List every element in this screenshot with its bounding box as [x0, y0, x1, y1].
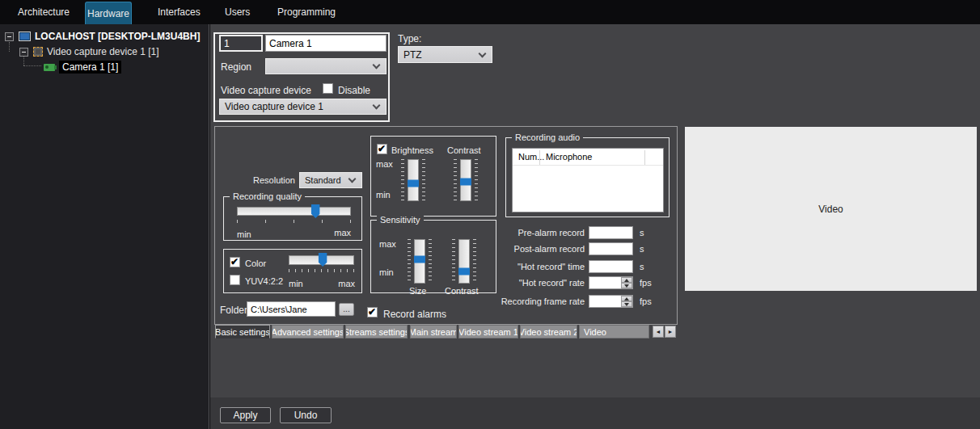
- nav-item-architecture[interactable]: Architecture: [18, 0, 70, 24]
- slider-ticks: [237, 220, 352, 223]
- computer-icon: [19, 32, 31, 41]
- camera-icon: [44, 64, 55, 71]
- slider-ticks: [401, 159, 404, 201]
- tree-guide-line: [23, 65, 41, 66]
- column-header-num: Num...: [518, 149, 544, 165]
- nav-item-programming[interactable]: Programming: [277, 0, 336, 24]
- tab-video-stream-1[interactable]: Video stream 1: [458, 325, 518, 339]
- video-capture-device-label: Video capture device: [221, 85, 311, 96]
- type-label: Type:: [398, 33, 421, 44]
- color-checkbox[interactable]: [230, 257, 240, 267]
- capture-device-icon: [33, 47, 43, 57]
- apply-button[interactable]: Apply: [220, 407, 271, 423]
- post-alarm-record-input[interactable]: [589, 243, 632, 254]
- camera-name-input[interactable]: [265, 35, 387, 52]
- recording-quality-title: Recording quality: [230, 191, 305, 201]
- slider-thumb[interactable]: [458, 267, 470, 275]
- hot-record-time-label: "Hot record" time: [492, 262, 585, 271]
- slider-track: [458, 239, 470, 284]
- slider-thumb[interactable]: [311, 204, 320, 218]
- sensitivity-contrast-slider[interactable]: [450, 239, 478, 284]
- slider-ticks: [429, 239, 432, 284]
- record-alarms-checkbox[interactable]: [367, 307, 378, 318]
- tree-item-localhost[interactable]: LOCALHOST [DESKTOP-LM3U4BH]: [5, 30, 200, 43]
- brightness-label: Brightness: [391, 145, 433, 155]
- brightness-contrast-slider[interactable]: [452, 159, 479, 201]
- spin-up-button[interactable]: [621, 277, 632, 283]
- tab-scroll-left-button[interactable]: [653, 326, 664, 338]
- recording-frame-rate-unit: fps: [640, 297, 652, 306]
- device-tree-panel: LOCALHOST [DESKTOP-LM3U4BH] Video captur…: [0, 24, 209, 429]
- pre-alarm-record-input[interactable]: [589, 227, 632, 238]
- tab-video-stream-2[interactable]: Video stream 2: [520, 325, 577, 339]
- video-preview: Video: [685, 127, 977, 291]
- disable-label: Disable: [338, 85, 370, 96]
- tree-item-capture-device[interactable]: Video capture device 1 [1]: [19, 45, 159, 58]
- tab-basic-settings[interactable]: Basic settings: [215, 325, 270, 339]
- hot-record-time-unit: s: [640, 262, 644, 271]
- recording-audio-table[interactable]: Num... Microphone: [512, 148, 664, 212]
- max-label: max: [323, 279, 355, 288]
- max-label: max: [379, 239, 396, 249]
- collapse-icon[interactable]: [19, 48, 28, 57]
- color-label: Color: [245, 259, 266, 268]
- undo-button[interactable]: Undo: [280, 407, 332, 423]
- yuv-label: YUV4:2:2: [245, 276, 283, 286]
- tree-item-label: LOCALHOST [DESKTOP-LM3U4BH]: [35, 31, 200, 42]
- type-dropdown[interactable]: PTZ: [398, 46, 492, 63]
- nav-item-interfaces[interactable]: Interfaces: [158, 0, 201, 24]
- slider-thumb[interactable]: [408, 179, 419, 187]
- type-dropdown-value: PTZ: [403, 49, 422, 61]
- pre-alarm-record-label: Pre-alarm record: [492, 228, 585, 238]
- chevron-down-icon: [373, 102, 381, 110]
- sensitivity-size-slider[interactable]: [406, 239, 433, 284]
- yuv-checkbox[interactable]: [230, 275, 240, 285]
- min-label: min: [237, 229, 251, 239]
- main-panel: Region Video capture device Disable Vide…: [210, 24, 980, 429]
- recording-frame-rate-input[interactable]: [589, 296, 622, 307]
- spin-down-button[interactable]: [621, 301, 632, 307]
- spin-up-button[interactable]: [621, 296, 632, 301]
- tree-item-camera[interactable]: Camera 1 [1]: [44, 60, 121, 74]
- contrast-label: Contrast: [445, 286, 479, 296]
- folder-input[interactable]: [247, 301, 336, 317]
- pre-alarm-record-unit: s: [640, 228, 644, 238]
- column-separator: [644, 150, 645, 165]
- nav-item-hardware[interactable]: Hardware: [85, 2, 132, 24]
- slider-thumb[interactable]: [414, 255, 425, 263]
- region-dropdown[interactable]: [265, 58, 387, 74]
- min-label: min: [289, 279, 303, 288]
- brightness-checkbox[interactable]: [377, 144, 387, 154]
- brightness-slider[interactable]: [399, 159, 427, 201]
- chevron-down-icon: [348, 175, 357, 183]
- hot-record-rate-label: "Hot record" rate: [492, 278, 585, 288]
- hot-record-rate-input[interactable]: [589, 277, 622, 288]
- app-window: Architecture Hardware Interfaces Users P…: [0, 0, 980, 429]
- tab-streams-settings[interactable]: Streams settings: [345, 325, 408, 339]
- browse-button[interactable]: ...: [339, 303, 354, 316]
- spinner: [621, 296, 632, 307]
- recording-quality-slider[interactable]: [237, 207, 351, 216]
- camera-id-input[interactable]: [219, 35, 263, 52]
- color-slider[interactable]: [289, 255, 354, 265]
- video-capture-device-dropdown[interactable]: Video capture device 1: [219, 99, 387, 115]
- tab-scroll-right-button[interactable]: [665, 326, 676, 338]
- slider-ticks: [475, 159, 478, 201]
- resolution-label: Resolution: [247, 175, 295, 185]
- nav-item-users[interactable]: Users: [225, 0, 250, 24]
- tab-video[interactable]: Video: [579, 325, 649, 339]
- tab-advanced-settings[interactable]: Advanced settings: [272, 325, 344, 339]
- spin-down-button[interactable]: [621, 283, 632, 288]
- hot-record-time-input[interactable]: [589, 261, 632, 272]
- slider-thumb[interactable]: [460, 178, 471, 185]
- resolution-dropdown-value: Standard: [305, 175, 341, 185]
- collapse-icon[interactable]: [5, 32, 14, 41]
- disable-checkbox[interactable]: [323, 83, 333, 94]
- resolution-dropdown[interactable]: Standard: [299, 172, 362, 188]
- tab-main-stream[interactable]: Main stream: [410, 325, 457, 339]
- max-label: max: [376, 159, 393, 169]
- sensitivity-title: Sensitivity: [377, 215, 424, 225]
- slider-ticks: [473, 239, 476, 284]
- video-capture-device-dropdown-value: Video capture device 1: [225, 101, 323, 112]
- max-label: max: [319, 228, 351, 238]
